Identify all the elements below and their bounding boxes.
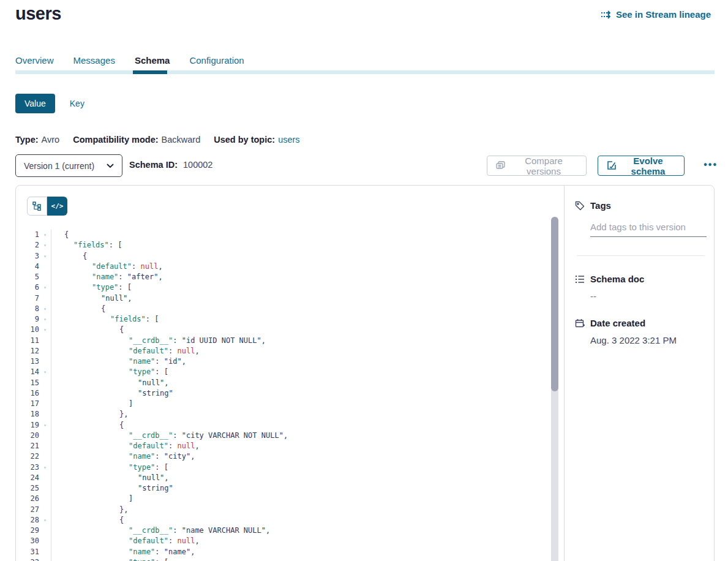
collapse-arrow-placeholder (39, 399, 51, 409)
code-text: { (51, 515, 551, 525)
collapse-arrow-icon[interactable]: ▾ (39, 240, 51, 250)
line-number: 29 (16, 525, 39, 536)
code-line: 8▾{ (16, 304, 551, 314)
line-number: 10 (16, 325, 39, 335)
schema-meta-row: Type: Avro Compatibility mode: Backward … (15, 135, 313, 145)
line-number: 22 (16, 451, 39, 462)
see-in-stream-lineage-link[interactable]: See in Stream lineage (601, 9, 711, 20)
code-text: "__crdb__": "id UUID NOT NULL", (51, 336, 551, 346)
add-tags-input[interactable] (590, 220, 707, 237)
code-line: 30"default": null, (16, 536, 551, 546)
scrollbar-track[interactable] (551, 217, 558, 561)
code-line: 16"string" (16, 388, 551, 399)
code-line: 23▾"type": [ (16, 462, 551, 473)
collapse-arrow-icon[interactable]: ▾ (39, 282, 51, 293)
collapse-arrow-placeholder (39, 525, 51, 536)
version-select[interactable]: Version 1 (current) (15, 154, 122, 177)
collapse-arrow-icon[interactable]: ▾ (39, 251, 51, 262)
tab-bar: Overview Messages Schema Configuration (15, 55, 244, 66)
topic-link[interactable]: users (278, 135, 299, 145)
code-line: 9▾"fields": [ (16, 314, 551, 325)
collapse-arrow-placeholder (39, 473, 51, 483)
key-tab-button[interactable]: Key (70, 99, 84, 108)
line-number: 25 (16, 483, 39, 494)
line-number: 6 (16, 282, 39, 293)
line-number: 12 (16, 346, 39, 356)
code-line: 14▾"type": [ (16, 367, 551, 377)
code-line: 12"default": null, (16, 346, 551, 356)
schema-id-label: Schema ID: (129, 160, 178, 170)
collapse-arrow-placeholder (39, 441, 51, 451)
line-number: 5 (16, 272, 39, 282)
calendar-icon (575, 318, 585, 328)
code-text: }, (51, 505, 551, 515)
collapse-arrow-icon[interactable]: ▾ (39, 420, 51, 431)
collapse-arrow-placeholder (39, 262, 51, 272)
code-text: { (51, 230, 551, 240)
schema-id: Schema ID: 100002 (129, 160, 212, 170)
tab-messages[interactable]: Messages (73, 55, 115, 66)
used-by-topic-label: Used by topic: (214, 135, 275, 145)
compare-versions-button[interactable]: Compare versions (487, 156, 587, 176)
collapse-arrow-icon[interactable]: ▾ (39, 515, 51, 525)
code-text: "null", (51, 378, 551, 388)
code-line: 29"__crdb__": "name VARCHAR NULL", (16, 525, 551, 536)
collapse-arrow-icon[interactable]: ▾ (39, 462, 51, 473)
code-text: "fields": [ (51, 314, 551, 325)
tab-overview[interactable]: Overview (15, 55, 54, 66)
collapse-arrow-placeholder (39, 451, 51, 462)
line-number: 15 (16, 378, 39, 388)
date-created-value: Aug. 3 2022 3:21 PM (590, 335, 705, 345)
code-line: 7"null", (16, 293, 551, 304)
type-label: Type: (15, 135, 39, 145)
code-line: 25"string" (16, 483, 551, 494)
code-line: 24"null", (16, 473, 551, 483)
collapse-arrow-icon[interactable]: ▾ (39, 367, 51, 377)
gutter-separator (51, 230, 51, 561)
chevron-down-icon (107, 164, 114, 168)
code-line: 31"name": "name", (16, 547, 551, 557)
tab-underline-track (15, 70, 715, 74)
collapse-arrow-icon[interactable]: ▾ (39, 304, 51, 314)
collapse-arrow-placeholder (39, 293, 51, 304)
line-number: 31 (16, 547, 39, 557)
line-number: 24 (16, 473, 39, 483)
evolve-schema-icon (607, 161, 616, 170)
value-tab-button[interactable]: Value (15, 94, 55, 113)
collapse-arrow-icon[interactable]: ▾ (39, 557, 51, 561)
collapse-arrow-placeholder (39, 356, 51, 367)
line-number: 28 (16, 515, 39, 525)
line-number: 16 (16, 388, 39, 399)
compatibility-label: Compatibility mode: (73, 135, 158, 145)
code-line: 32▾"type": [ (16, 557, 551, 561)
collapse-arrow-placeholder (39, 547, 51, 557)
line-number: 8 (16, 304, 39, 314)
code-view-button[interactable]: </> (47, 197, 67, 216)
sidebar-divider (577, 255, 705, 256)
line-number: 14 (16, 367, 39, 377)
list-icon (575, 274, 585, 284)
collapse-arrow-icon[interactable]: ▾ (39, 230, 51, 240)
code-text: { (51, 304, 551, 314)
code-text: "default": null, (51, 346, 551, 356)
tree-view-button[interactable] (27, 197, 47, 216)
collapse-arrow-placeholder (39, 494, 51, 504)
code-text: "type": [ (51, 282, 551, 293)
tab-schema[interactable]: Schema (135, 55, 170, 66)
collapse-arrow-placeholder (39, 378, 51, 388)
value-key-toggle: Value Key (15, 94, 84, 113)
code-text: }, (51, 409, 551, 420)
collapse-arrow-placeholder (39, 505, 51, 515)
collapse-arrow-icon[interactable]: ▾ (39, 325, 51, 335)
more-options-button[interactable]: ••• (704, 159, 718, 170)
code-text: "null", (51, 473, 551, 483)
evolve-schema-button[interactable]: Evolve schema (598, 156, 685, 176)
code-text: "string" (51, 483, 551, 494)
scrollbar-thumb[interactable] (551, 217, 558, 391)
line-number: 9 (16, 314, 39, 325)
code-line: 19▾{ (16, 420, 551, 431)
collapse-arrow-icon[interactable]: ▾ (39, 314, 51, 325)
tab-configuration[interactable]: Configuration (189, 55, 244, 66)
line-number: 21 (16, 441, 39, 451)
line-number: 13 (16, 356, 39, 367)
